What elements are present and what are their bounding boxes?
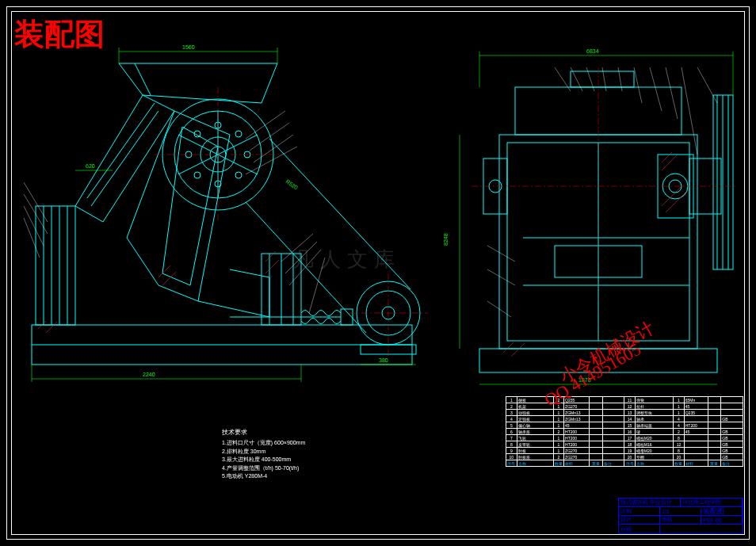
svg-line-36 xyxy=(246,202,366,333)
dim-angle: R520 xyxy=(284,178,299,190)
tb-proj: 颚式破碎机 毕业设计 xyxy=(619,498,681,506)
svg-point-21 xyxy=(235,172,242,178)
svg-line-110 xyxy=(487,269,515,285)
tech-line: 5.电动机 Y280M-4 xyxy=(222,472,305,481)
tb-scale-lbl: 比例 xyxy=(619,507,660,515)
bom-row: 3动颚板1ZGMn1313调整垫块1Q235 xyxy=(506,410,743,416)
svg-rect-72 xyxy=(571,71,634,87)
svg-line-63 xyxy=(281,234,313,262)
svg-line-59 xyxy=(246,111,285,139)
bom-row: 4定颚板1ZGMn1314轴承4GB xyxy=(506,416,743,422)
svg-line-42 xyxy=(265,260,279,273)
svg-line-104 xyxy=(634,67,642,103)
bom-header-row: 序号名称数量材料重量备注序号名称数量材料重量备注 xyxy=(506,460,743,467)
tb-scale: 1:5 xyxy=(660,509,701,514)
svg-line-35 xyxy=(269,139,410,289)
svg-line-88 xyxy=(662,186,682,206)
dim-side1: 620 xyxy=(86,163,95,169)
svg-line-87 xyxy=(662,155,678,170)
bom-table: 1侧板2Q23511弹簧165Mn2机架1ZG27012拉杆1453动颚板1ZG… xyxy=(506,396,743,467)
tech-heading: 技术要求 xyxy=(222,428,305,437)
tech-line: 4.产量调整范围（t/h) 50-70(t/h) xyxy=(222,464,305,473)
svg-line-58 xyxy=(24,218,40,258)
dim-top1: 1560 xyxy=(182,44,195,50)
tb-drawing-name: 装配图 xyxy=(701,506,743,517)
bom-row: 7飞轮1HT20017螺栓M208GB xyxy=(506,435,743,441)
bom-row: 5偏心轴14515轴承端盖4HT200 xyxy=(506,422,743,429)
technical-requirements: 技术要求 1.进料口尺寸（宽度) 600×900mm 2.排料粒度 30mm 3… xyxy=(222,428,305,481)
svg-line-60 xyxy=(250,123,289,151)
tb-date: 日期 xyxy=(619,525,660,533)
svg-line-41 xyxy=(265,251,276,262)
dim-side2: 8248 xyxy=(443,233,449,246)
dim-top2: 6834 xyxy=(586,48,599,54)
svg-line-107 xyxy=(682,67,697,155)
tech-line: 2.排料粒度 30mm xyxy=(222,448,305,456)
bom-row: 1侧板2Q23511弹簧165Mn xyxy=(506,397,743,403)
bom-row: 8皮带轮1HT20018螺栓M1612GB xyxy=(506,441,743,448)
svg-line-106 xyxy=(666,67,678,119)
svg-point-23 xyxy=(235,131,242,137)
svg-line-90 xyxy=(503,342,514,353)
dim-bottom1: 2240 xyxy=(143,372,155,377)
svg-line-39 xyxy=(158,265,170,277)
bom-row: 2机架1ZG27012拉杆145 xyxy=(506,403,743,410)
svg-line-109 xyxy=(487,246,515,262)
svg-line-24 xyxy=(135,63,151,95)
bom-row: 10肘板座2ZG27020垫圈20GB xyxy=(506,454,743,460)
svg-line-89 xyxy=(666,190,688,212)
svg-line-7 xyxy=(87,103,155,198)
tech-line: 3.最大进料粒度 400-500mm xyxy=(222,456,305,464)
bom-row: 6轴承座2HT20016键245GB xyxy=(506,429,743,435)
dim-bottom2: 380 xyxy=(379,357,388,363)
svg-line-57 xyxy=(24,206,44,246)
tb-model: PEF-60 xyxy=(701,517,743,523)
svg-line-91 xyxy=(511,343,525,357)
tb-design: 设计 xyxy=(619,516,660,524)
tb-check: 审核 xyxy=(660,516,701,524)
tb-school: 河北理工程学院 xyxy=(681,498,743,506)
tech-line: 1.进料口尺寸（宽度) 600×900mm xyxy=(222,439,305,448)
svg-line-108 xyxy=(697,67,717,103)
title-block: 颚式破碎机 毕业设计 河北理工程学院 比例 1:5 装配图 设计 审核 PEF-… xyxy=(618,498,743,534)
svg-point-22 xyxy=(194,172,200,178)
svg-line-105 xyxy=(650,67,662,111)
svg-line-86 xyxy=(662,152,672,162)
bom-row: 9肘板1ZG27019螺母M208GB xyxy=(506,448,743,454)
